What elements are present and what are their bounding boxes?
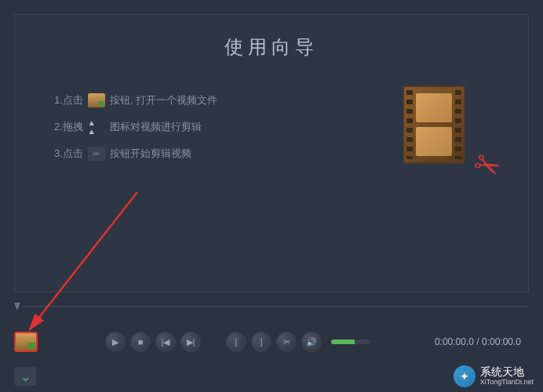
chevron-down-icon: ⌄	[20, 369, 31, 384]
volume-slider[interactable]	[331, 339, 370, 344]
watermark: ✦ 系统天地 XiTongTianDi.net	[454, 365, 534, 387]
step-prefix: 3.点击	[54, 147, 83, 161]
volume-button[interactable]: 🔊	[301, 332, 322, 352]
timeline-track[interactable]	[22, 306, 529, 307]
expand-button[interactable]: ⌄	[14, 367, 36, 386]
watermark-url: XiTongTianDi.net	[480, 379, 534, 387]
next-button[interactable]: ▶|	[180, 332, 201, 352]
watermark-brand: 系统天地	[480, 366, 534, 378]
mark-in-button[interactable]: [	[226, 332, 246, 352]
step-suffix: 按钮开始剪辑视频	[110, 147, 191, 161]
folder-open-icon	[88, 93, 105, 107]
wizard-title: 使用向导	[54, 34, 489, 60]
film-cut-graphic: ✂	[403, 85, 489, 180]
watermark-logo-icon: ✦	[454, 365, 476, 387]
scissors-icon: ✂	[468, 143, 507, 187]
time-total: 0:00:00.0	[482, 336, 521, 347]
prev-button[interactable]: |◀	[155, 332, 176, 352]
open-file-button[interactable]	[14, 332, 38, 352]
wizard-panel: 使用向导 1.点击 按钮, 打开一个视频文件 2.拖拽 ▲ ▲ 图标对视频进行剪…	[14, 14, 529, 292]
step-prefix: 1.点击	[54, 93, 83, 107]
playback-controls: ▶ ■ |◀ ▶| [ ] ✂ 🔊 0:00:00.0 / 0:00:00.0	[14, 325, 529, 358]
play-button[interactable]: ▶	[105, 332, 126, 352]
stop-button[interactable]: ■	[130, 332, 151, 352]
step-suffix: 按钮, 打开一个视频文件	[110, 93, 217, 107]
step-suffix: 图标对视频进行剪辑	[110, 120, 202, 134]
time-display: 0:00:00.0 / 0:00:00.0	[435, 336, 521, 347]
cut-icon: ✂	[88, 147, 105, 161]
cut-button[interactable]: ✂	[276, 332, 297, 352]
timeline[interactable]	[14, 298, 529, 315]
step-prefix: 2.拖拽	[54, 120, 83, 134]
time-current: 0:00:00.0	[435, 336, 474, 347]
film-strip-icon	[403, 85, 465, 164]
trim-arrows-icon: ▲ ▲	[88, 120, 105, 134]
timeline-playhead[interactable]	[14, 303, 20, 310]
mark-out-button[interactable]: ]	[251, 332, 272, 352]
